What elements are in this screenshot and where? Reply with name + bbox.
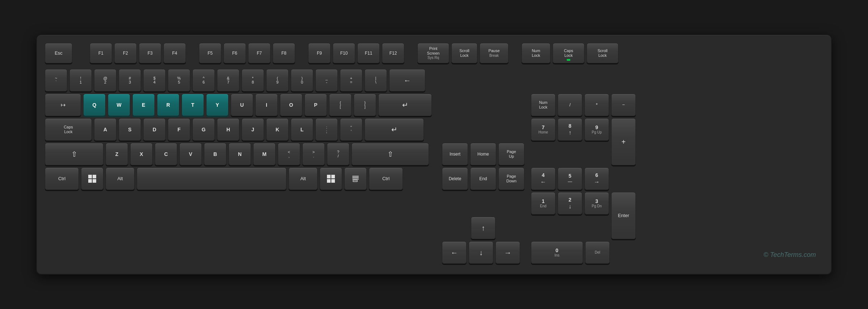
key-6[interactable]: ^ 6 <box>192 69 215 92</box>
key-np-numlock[interactable]: Num Lock <box>531 94 556 116</box>
key-rbracket[interactable]: } ] <box>354 94 376 116</box>
key-page-down[interactable]: Page Down <box>498 168 524 190</box>
key-t[interactable]: T <box>182 94 204 116</box>
key-3[interactable]: # 3 <box>119 69 141 92</box>
key-7[interactable]: & 7 <box>217 69 239 92</box>
key-rctrl[interactable]: Ctrl <box>369 168 403 190</box>
key-enter[interactable]: ↵ <box>378 94 432 116</box>
key-f11[interactable]: F11 <box>357 43 380 63</box>
key-scrolllock-fn2[interactable]: Scroll Lock <box>587 43 618 63</box>
key-print-screen[interactable]: Print Screen Sys Rq <box>417 43 449 63</box>
key-arrow-up[interactable]: ↑ <box>471 217 495 239</box>
key-9[interactable]: ( 9 <box>266 69 289 92</box>
key-2[interactable]: @ 2 <box>94 69 116 92</box>
key-equals[interactable]: + = <box>340 69 362 92</box>
key-np-minus[interactable]: − <box>611 94 636 116</box>
key-j[interactable]: J <box>242 118 264 141</box>
key-f6[interactable]: F6 <box>224 43 246 63</box>
key-np-8[interactable]: 8 ↑ <box>558 118 582 141</box>
key-y[interactable]: Y <box>206 94 229 116</box>
key-np-9[interactable]: 9 Pg Up <box>584 118 609 141</box>
key-np-slash[interactable]: / <box>558 94 582 116</box>
key-s[interactable]: S <box>119 118 141 141</box>
key-slash[interactable]: ? / <box>327 143 349 165</box>
key-c[interactable]: C <box>155 143 177 165</box>
key-rshift[interactable]: ⇧ <box>352 143 429 165</box>
key-np-2[interactable]: 2 ↓ <box>558 192 582 215</box>
key-tab[interactable]: ↦ <box>45 94 81 116</box>
key-np-1[interactable]: 1 End <box>531 192 556 215</box>
key-lctrl[interactable]: Ctrl <box>45 168 79 190</box>
key-lwin[interactable] <box>81 168 103 190</box>
key-n[interactable]: N <box>229 143 251 165</box>
key-f10[interactable]: F10 <box>333 43 355 63</box>
key-scroll-lock[interactable]: Scroll Lock <box>451 43 477 63</box>
key-backslash[interactable]: | \ <box>365 69 387 92</box>
key-d[interactable]: D <box>143 118 166 141</box>
key-f9[interactable]: F9 <box>308 43 331 63</box>
key-f12[interactable]: F12 <box>382 43 404 63</box>
key-f7[interactable]: F7 <box>248 43 271 63</box>
key-quote[interactable]: " ' <box>340 118 362 141</box>
key-capslock-fn[interactable]: Caps Lock <box>553 43 584 63</box>
key-np-4[interactable]: 4 ← <box>531 168 556 190</box>
key-numlock-fn[interactable]: Num Lock <box>522 43 550 63</box>
key-g[interactable]: G <box>192 118 215 141</box>
key-lalt[interactable]: Alt <box>106 168 135 190</box>
key-f8[interactable]: F8 <box>273 43 295 63</box>
key-caps-lock[interactable]: Caps Lock <box>45 118 92 141</box>
key-space[interactable] <box>137 168 286 190</box>
key-f1[interactable]: F1 <box>90 43 112 63</box>
key-minus[interactable]: _ - <box>315 69 338 92</box>
key-menu[interactable] <box>344 168 367 190</box>
key-0[interactable]: ) 0 <box>291 69 313 92</box>
key-5[interactable]: % 5 <box>168 69 190 92</box>
key-np-3[interactable]: 3 Pg Dn <box>584 192 609 215</box>
key-v[interactable]: V <box>179 143 202 165</box>
key-i[interactable]: I <box>255 94 278 116</box>
key-h[interactable]: H <box>217 118 239 141</box>
key-tilde[interactable]: ~ ` <box>45 69 67 92</box>
key-arrow-right[interactable]: → <box>495 241 520 264</box>
key-x[interactable]: X <box>130 143 153 165</box>
key-page-up[interactable]: Page Up <box>498 143 524 165</box>
key-delete[interactable]: Delete <box>442 168 468 190</box>
key-comma[interactable]: < , <box>278 143 300 165</box>
key-z[interactable]: Z <box>106 143 128 165</box>
key-o[interactable]: O <box>280 94 302 116</box>
key-e[interactable]: E <box>132 94 155 116</box>
key-np-0[interactable]: 0 Ins <box>531 241 583 264</box>
key-r[interactable]: R <box>157 94 179 116</box>
key-end[interactable]: End <box>470 168 496 190</box>
key-q[interactable]: Q <box>83 94 106 116</box>
key-esc[interactable]: Esc <box>45 43 72 63</box>
key-f4[interactable]: F4 <box>163 43 186 63</box>
key-l[interactable]: L <box>291 118 313 141</box>
key-arrow-left[interactable]: ← <box>442 241 467 264</box>
key-np-7[interactable]: 7 Home <box>531 118 556 141</box>
key-f[interactable]: F <box>168 118 190 141</box>
key-backspace[interactable]: ← <box>389 69 425 92</box>
key-np-enter[interactable]: Enter <box>611 192 636 239</box>
key-np-plus[interactable]: + <box>611 118 636 165</box>
key-np-star[interactable]: * <box>584 94 609 116</box>
key-rwin[interactable] <box>320 168 342 190</box>
key-home[interactable]: Home <box>470 143 496 165</box>
key-b[interactable]: B <box>204 143 226 165</box>
key-k[interactable]: K <box>266 118 289 141</box>
key-lshift[interactable]: ⇧ <box>45 143 103 165</box>
key-u[interactable]: U <box>231 94 253 116</box>
key-lbracket[interactable]: { [ <box>329 94 352 116</box>
key-np-6[interactable]: 6 → <box>584 168 609 190</box>
key-f5[interactable]: F5 <box>199 43 221 63</box>
key-f2[interactable]: F2 <box>114 43 137 63</box>
key-np-dot[interactable]: Del <box>585 241 610 264</box>
key-enter2[interactable]: ↵ <box>365 118 424 141</box>
key-p[interactable]: P <box>305 94 327 116</box>
key-ralt[interactable]: Alt <box>289 168 318 190</box>
key-w[interactable]: W <box>108 94 130 116</box>
key-arrow-down[interactable]: ↓ <box>469 241 493 264</box>
key-insert[interactable]: Insert <box>442 143 468 165</box>
key-4[interactable]: $ 4 <box>143 69 166 92</box>
key-m[interactable]: M <box>253 143 276 165</box>
